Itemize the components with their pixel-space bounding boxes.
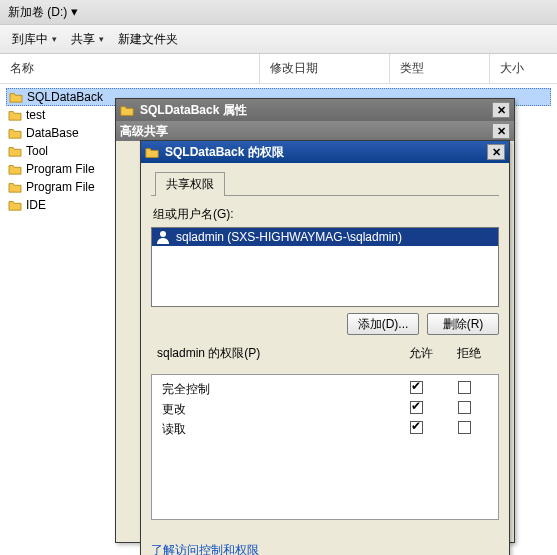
- add-button[interactable]: 添加(D)...: [347, 313, 419, 335]
- folder-icon: [8, 181, 22, 193]
- allow-header: 允许: [397, 345, 445, 362]
- permissions-dialog: SQLDataBack 的权限 ✕ 共享权限 组或用户名(G): sqladmi…: [140, 140, 510, 555]
- svg-point-0: [160, 231, 166, 237]
- new-folder-button[interactable]: 新建文件夹: [114, 29, 182, 50]
- allow-checkbox[interactable]: [410, 381, 423, 394]
- permission-row: 读取: [162, 419, 488, 439]
- file-name: IDE: [26, 198, 46, 212]
- advanced-share-titlebar: 高级共享 ✕: [116, 121, 514, 141]
- allow-checkbox[interactable]: [410, 421, 423, 434]
- col-type[interactable]: 类型: [390, 54, 490, 83]
- user-name: sqladmin (SXS-HIGHWAYMAG-\sqladmin): [176, 230, 402, 244]
- remove-button[interactable]: 删除(R): [427, 313, 499, 335]
- permission-label: 读取: [162, 421, 392, 438]
- close-icon[interactable]: ✕: [492, 123, 510, 139]
- user-icon: [156, 230, 170, 244]
- properties-titlebar: SQLDataBack 属性 ✕: [116, 99, 514, 121]
- folder-icon: [120, 104, 134, 116]
- tab-share-permissions[interactable]: 共享权限: [155, 172, 225, 196]
- explorer-title: 新加卷 (D:) ▾: [0, 0, 557, 24]
- folder-icon: [9, 91, 23, 103]
- deny-checkbox[interactable]: [458, 381, 471, 394]
- col-name[interactable]: 名称: [0, 54, 260, 83]
- column-headers: 名称 修改日期 类型 大小: [0, 54, 557, 84]
- user-item[interactable]: sqladmin (SXS-HIGHWAYMAG-\sqladmin): [152, 228, 498, 246]
- advanced-share-title: 高级共享: [120, 123, 486, 140]
- folder-icon: [8, 199, 22, 211]
- users-listbox[interactable]: sqladmin (SXS-HIGHWAYMAG-\sqladmin): [151, 227, 499, 307]
- col-size[interactable]: 大小: [490, 54, 557, 83]
- tab-row: 共享权限: [151, 171, 499, 196]
- share-button[interactable]: 共享: [67, 29, 108, 50]
- folder-icon: [8, 145, 22, 157]
- properties-title: SQLDataBack 属性: [140, 102, 486, 119]
- close-icon[interactable]: ✕: [487, 144, 505, 160]
- permission-label: 更改: [162, 401, 392, 418]
- folder-icon: [8, 127, 22, 139]
- permission-row: 完全控制: [162, 379, 488, 399]
- deny-checkbox[interactable]: [458, 401, 471, 414]
- permissions-list: 完全控制更改读取: [152, 375, 498, 449]
- folder-icon: [145, 146, 159, 158]
- group-users-label: 组或用户名(G):: [153, 206, 499, 223]
- include-in-library-button[interactable]: 到库中: [8, 29, 61, 50]
- drive-label: 新加卷 (D:): [8, 5, 67, 19]
- folder-icon: [8, 163, 22, 175]
- allow-checkbox[interactable]: [410, 401, 423, 414]
- deny-checkbox[interactable]: [458, 421, 471, 434]
- col-modified[interactable]: 修改日期: [260, 54, 390, 83]
- learn-link[interactable]: 了解访问控制和权限: [151, 542, 259, 555]
- file-name: DataBase: [26, 126, 79, 140]
- deny-header: 拒绝: [445, 345, 493, 362]
- file-name: Program File: [26, 162, 95, 176]
- folder-icon: [8, 109, 22, 121]
- explorer-toolbar: 到库中 共享 新建文件夹: [0, 24, 557, 54]
- file-name: SQLDataBack: [27, 90, 103, 104]
- permission-label: 完全控制: [162, 381, 392, 398]
- file-name: test: [26, 108, 45, 122]
- permissions-for-label: sqladmin 的权限(P): [157, 345, 397, 362]
- file-name: Tool: [26, 144, 48, 158]
- file-name: Program File: [26, 180, 95, 194]
- permissions-title: SQLDataBack 的权限: [165, 144, 481, 161]
- close-icon[interactable]: ✕: [492, 102, 510, 118]
- permissions-titlebar: SQLDataBack 的权限 ✕: [141, 141, 509, 163]
- permission-row: 更改: [162, 399, 488, 419]
